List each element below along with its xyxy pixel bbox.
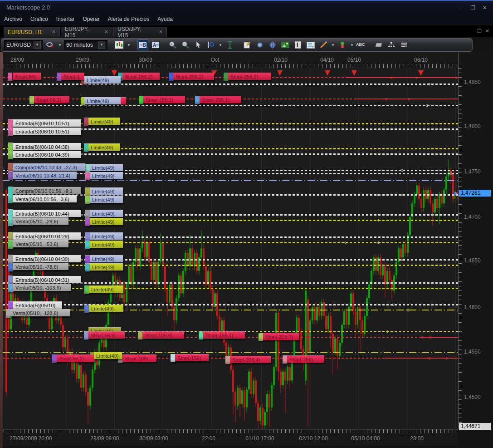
order-line[interactable] [3,265,458,266]
minimize-button[interactable]: – [458,5,465,11]
order-line[interactable] [3,180,458,181]
order-label[interactable]: Entrada(S)(06/10 10:51) [13,128,81,135]
order-label[interactable]: Stop(-206,1) [200,96,241,103]
label-icon[interactable]: ABC+ [356,39,367,50]
zoom-area-icon[interactable] [205,39,216,50]
order-label[interactable]: Compra(06/10 10:43, -27,3) [13,163,85,171]
chevron-down-icon[interactable]: ▼ [34,41,41,49]
order-label[interactable]: Stop(-156,1) [143,96,185,103]
order-label[interactable]: Límite(49) [90,263,123,271]
order-line[interactable] [3,310,458,310]
order-label[interactable]: Stop(-205,9) [263,333,299,340]
instrument-select[interactable]: EUR/USD ▼ [4,40,43,50]
interval-select[interactable]: 60 minutos ▼ [64,40,107,50]
order-line[interactable] [3,304,458,305]
order-label[interactable]: Límite(49) [84,97,121,104]
tab-eur-jpy-m15[interactable]: EUR/JPY, M15✕ [61,27,112,37]
maximize-button[interactable]: ❐ [469,5,477,11]
order-label[interactable]: Límite(49) [90,196,123,203]
chart-plot-area[interactable]: Stop(-56)Stop(-1Límite(49)Stop(-156,2)St… [3,68,458,429]
order-label[interactable]: Límite(49) [90,210,123,217]
doc-close-button[interactable]: ✕ [485,28,489,34]
order-label[interactable]: Límite(49) [90,218,123,225]
order-line[interactable] [356,98,458,99]
order-label[interactable]: Stop(-56) [13,73,41,80]
tab-usd-jpy-m15[interactable]: USD/JPY, M15✕ [113,27,167,37]
time-axis-bottom[interactable]: 27/09/2009 20:0029/09 08:0030/09 03:0022… [3,429,458,446]
zoom-in-icon[interactable]: + [167,39,178,50]
chevron-down-icon[interactable]: ▼ [331,43,335,47]
text-icon[interactable]: I [293,39,303,50]
bid-line-toggle[interactable]: ≡B [137,39,148,50]
order-label[interactable]: Límite(49) [84,76,121,84]
tab-eur-usd-h1[interactable]: EUR/USD, H1✕ [4,27,60,37]
menu-icon[interactable] [399,39,410,50]
note-icon[interactable] [242,39,253,50]
menu-item-ayuda[interactable]: Ayuda [153,14,177,22]
zoom-out-icon[interactable]: - [180,39,191,50]
order-label[interactable]: Stop(-105,9) [142,331,184,339]
order-label[interactable]: Stop(-106) [122,354,156,362]
menu-item-archivo[interactable]: Archivo [0,14,26,22]
order-label[interactable]: Venta(05/10, -28,6) [13,217,68,225]
order-label[interactable]: Stop(-156,1) [203,331,245,339]
order-label[interactable]: Límite(49) [90,172,123,179]
order-label[interactable]: Venta(06/10 10:43, 21,4) [13,172,77,179]
order-label[interactable] [121,97,126,104]
order-label[interactable]: Compra(06/10 01:56, -9,1 [13,187,81,194]
menu-item-gráfico[interactable]: Gráfico [26,14,52,22]
order-label[interactable]: Stop(-1 [61,73,84,80]
order-label[interactable]: Venta(06/10 01:56, -3,6) [13,195,77,202]
order-label[interactable]: Entrada(B)(05/10) [13,301,62,309]
order-line[interactable] [347,77,458,78]
chevron-down-icon[interactable]: ▼ [350,43,354,47]
marker-icon[interactable] [337,39,348,50]
chevron-down-icon[interactable]: ▼ [218,43,223,47]
order-line[interactable] [3,105,458,106]
measure-icon[interactable] [225,39,235,50]
order-label[interactable]: Entrada(B)(06/10 04:31) [13,276,81,283]
order-label[interactable]: Stop(-156,2) [122,73,160,80]
pointer-icon[interactable] [193,39,204,50]
doc-restore-button[interactable]: ❐ [477,28,482,34]
tab-close-icon[interactable]: ✕ [151,29,163,35]
order-line[interactable] [3,84,458,85]
order-line[interactable] [3,352,458,353]
order-label[interactable]: Entrada(B)(06/10 10:44) [13,210,81,217]
chart-style-icon[interactable] [114,39,125,50]
order-label[interactable]: Venta(05/10, -78,6) [13,263,68,270]
menu-item-insertar[interactable]: Insertar [52,14,79,22]
close-button[interactable]: ✕ [481,5,488,11]
order-label[interactable]: Stop(-156) [175,354,209,361]
data-feed-icon[interactable]: ✕ [45,39,56,50]
order-label[interactable]: Stop(-56,1) [57,354,95,362]
image-icon[interactable]: + [280,39,291,50]
order-line[interactable] [3,220,458,221]
order-label[interactable]: Límite(49) [90,164,123,171]
web-icon[interactable] [267,39,278,50]
chevron-down-icon[interactable]: ▼ [98,41,105,49]
ask-line-toggle[interactable]: A≡ [150,39,161,50]
tab-close-icon[interactable]: ✕ [96,29,108,35]
order-label[interactable]: Entrada(B)(06/10 04:38) [13,143,81,150]
order-line[interactable] [3,242,458,243]
order-label[interactable]: Venta(05/10, -53,6) [13,240,68,247]
order-label[interactable]: Stop(-56,1) [34,96,69,103]
order-label[interactable]: Entrada(B)(06/10 04:29) [13,232,81,240]
order-label[interactable]: Stop(-55,9) [88,331,125,339]
structure-icon[interactable] [386,39,397,50]
chevron-down-icon[interactable]: ▼ [58,43,62,47]
tab-close-icon[interactable]: ✕ [44,29,56,35]
order-line[interactable] [419,337,458,338]
order-label[interactable]: Límite(49) [94,352,122,359]
template-icon[interactable] [305,39,316,50]
order-label[interactable]: Entrada(B)(06/10 04:30) [13,255,81,262]
order-label[interactable]: Stop(-206,2) [173,73,214,80]
order-label[interactable]: Stop(-208,4) [230,356,271,363]
order-label[interactable]: Límite(49) [89,305,123,312]
eraser-icon[interactable] [373,39,384,50]
order-label[interactable]: Límite(49) [88,143,120,151]
menu-item-alerta-de-precios[interactable]: Alerta de Precios [104,14,153,22]
snapshot-icon[interactable] [254,39,265,50]
order-label[interactable]: Límite(49) [90,255,123,262]
